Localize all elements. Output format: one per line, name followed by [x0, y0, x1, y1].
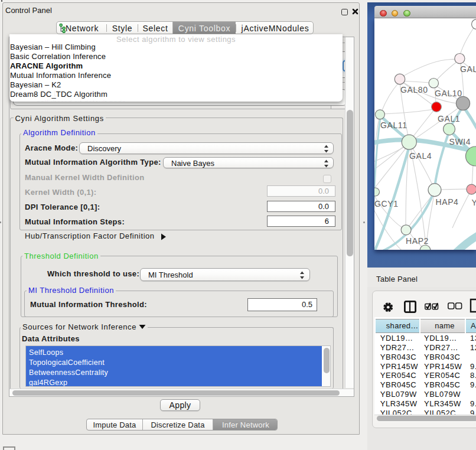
svg-text:GAL4: GAL4 — [409, 151, 432, 161]
svg-text:SWI4: SWI4 — [449, 137, 471, 146]
svg-text:YD: YD — [472, 198, 476, 207]
svg-text:HAP4: HAP4 — [436, 197, 459, 207]
svg-text:GCY1: GCY1 — [374, 199, 399, 208]
svg-text:GAL11: GAL11 — [380, 120, 407, 130]
svg-text:GAL80: GAL80 — [400, 85, 428, 94]
svg-text:GAL1: GAL1 — [438, 114, 460, 123]
svg-text:HAP2: HAP2 — [406, 236, 429, 246]
svg-text:GAL10: GAL10 — [435, 89, 462, 98]
svg-text:GAL7: GAL7 — [460, 64, 476, 74]
